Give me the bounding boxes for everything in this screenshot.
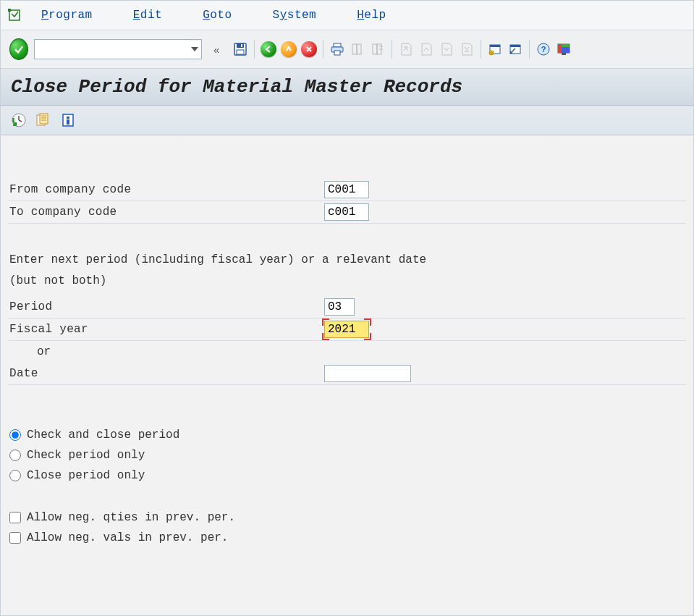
check-neg-qty[interactable]: Allow neg. qties in prev. per. (9, 507, 685, 528)
svg-rect-10 (334, 51, 340, 55)
radio-close-only-input[interactable] (9, 470, 21, 481)
find-icon (350, 42, 365, 56)
print-icon (330, 42, 344, 56)
radio-check-only-input[interactable] (9, 450, 21, 461)
shortcut-button[interactable] (506, 40, 525, 59)
or-label: or (8, 341, 686, 363)
checkbox-group: Allow neg. qties in prev. per. Allow neg… (9, 507, 685, 548)
next-page-button[interactable] (437, 40, 456, 59)
first-page-button[interactable] (397, 40, 415, 59)
svg-rect-32 (562, 47, 570, 53)
standard-toolbar: « (1, 30, 693, 69)
radio-close-only-label: Close period only (27, 469, 145, 482)
check-neg-qty-label: Allow neg. qties in prev. per. (27, 511, 235, 524)
new-session-icon (488, 42, 502, 56)
enter-button[interactable] (9, 40, 28, 59)
check-neg-qty-input[interactable] (9, 512, 21, 523)
check-neg-val-label: Allow neg. vals in prev. per. (27, 531, 228, 544)
check-neg-val[interactable]: Allow neg. vals in prev. per. (9, 528, 685, 548)
instruction-line1: Enter next period (including fiscal year… (9, 250, 685, 271)
help-icon: ? (536, 42, 551, 56)
radio-check-and-close[interactable]: Check and close period (9, 425, 685, 445)
info-icon (61, 113, 75, 127)
help-button[interactable]: ? (534, 40, 553, 59)
last-page-button[interactable] (457, 40, 476, 59)
command-field[interactable] (34, 39, 202, 59)
svg-rect-44 (67, 119, 69, 125)
date-input[interactable] (324, 365, 411, 382)
enter-icon (9, 38, 28, 60)
execute-button[interactable] (9, 111, 28, 130)
app-menu-icon[interactable] (7, 7, 22, 23)
date-label: Date (8, 367, 324, 380)
page-title: Close Period for Material Master Records (1, 69, 693, 106)
menu-edit[interactable]: EditEdit (123, 6, 172, 25)
svg-rect-4 (241, 44, 242, 47)
svg-rect-11 (352, 44, 357, 54)
exit-icon (281, 41, 297, 57)
period-label: Period (8, 300, 324, 313)
svg-line-7 (307, 47, 311, 51)
radio-check-and-close-label: Check and close period (27, 429, 179, 442)
svg-rect-8 (334, 43, 341, 47)
svg-rect-12 (357, 44, 361, 54)
command-input[interactable] (35, 40, 188, 59)
period-input[interactable] (324, 298, 355, 316)
svg-rect-30 (558, 44, 562, 53)
focused-field-wrapper (324, 321, 369, 338)
to-company-code-input[interactable] (324, 203, 369, 221)
check-neg-val-input[interactable] (9, 532, 21, 544)
prev-page-icon (420, 42, 433, 56)
instruction-line2: (but not both) (9, 271, 685, 292)
print-button[interactable] (328, 40, 347, 59)
instruction-text: Enter next period (including fiscal year… (8, 245, 686, 296)
to-company-code-label: To company code (8, 206, 324, 219)
svg-text:?: ? (541, 45, 546, 54)
back-button[interactable] (259, 40, 278, 59)
save-button[interactable] (231, 40, 250, 59)
back-icon (261, 41, 276, 57)
radio-check-and-close-input[interactable] (9, 429, 21, 441)
find-button[interactable] (348, 40, 367, 59)
fiscal-year-input[interactable] (324, 321, 369, 338)
radio-close-only[interactable]: Close period only (9, 465, 685, 486)
svg-rect-31 (562, 44, 570, 47)
layout-icon (557, 42, 571, 56)
last-page-icon (460, 42, 473, 56)
next-page-icon (440, 42, 453, 56)
svg-rect-25 (510, 45, 520, 47)
svg-rect-3 (237, 43, 244, 48)
screen-body: From company code To company code Enter … (1, 135, 693, 555)
menu-system[interactable]: SystemSystem (263, 6, 327, 25)
new-session-button[interactable] (486, 40, 504, 59)
from-company-code-input[interactable] (324, 181, 369, 198)
svg-rect-20 (490, 45, 500, 47)
application-toolbar (1, 106, 693, 135)
svg-rect-33 (562, 53, 566, 55)
layout-button[interactable] (554, 40, 573, 59)
svg-line-6 (307, 47, 311, 51)
menu-program[interactable]: PProgramrogram (31, 6, 103, 25)
menu-goto[interactable]: GotoGoto (192, 6, 242, 25)
svg-rect-13 (373, 44, 377, 54)
radio-check-only[interactable]: Check period only (9, 445, 685, 465)
shortcut-icon (508, 42, 522, 56)
find-next-button[interactable] (368, 40, 387, 59)
collapse-toolbar-icon[interactable]: « (208, 43, 225, 56)
variant-icon (35, 112, 51, 128)
fiscal-year-label: Fiscal year (8, 323, 324, 336)
menu-help[interactable]: HelpHelp (347, 6, 396, 25)
svg-rect-38 (40, 114, 48, 124)
exit-button[interactable] (279, 40, 298, 59)
fiscal-year-row: Fiscal year (8, 318, 686, 341)
cancel-button[interactable] (300, 40, 318, 59)
menu-bar: PProgramrogram EditEdit GotoGoto SystemS… (1, 1, 693, 30)
radio-check-only-label: Check period only (27, 449, 145, 462)
to-company-code-row: To company code (8, 201, 686, 224)
from-company-code-row: From company code (8, 179, 686, 201)
get-variant-button[interactable] (34, 111, 53, 130)
mode-radio-group: Check and close period Check period only… (9, 425, 685, 486)
prev-page-button[interactable] (417, 40, 436, 59)
program-doc-button[interactable] (59, 111, 77, 130)
execute-icon (11, 112, 27, 128)
